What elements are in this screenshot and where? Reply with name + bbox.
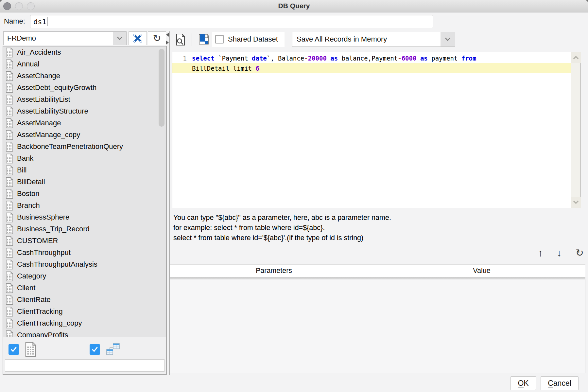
table-list-item[interactable]: ClientTracking: [3, 306, 166, 317]
table-list-item[interactable]: BillDetail: [3, 176, 166, 188]
dataset-name-input[interactable]: ds1: [30, 15, 433, 28]
connection-config-button[interactable]: [129, 31, 147, 45]
table-name: Business_Trip_Record: [17, 225, 90, 233]
table-list-item[interactable]: BusinessSphere: [3, 211, 166, 223]
parameter-hint: You can type "${abc}" as a parameter, he…: [173, 213, 391, 243]
table-document-icon: [5, 307, 14, 317]
parameters-header-strip: [170, 277, 585, 279]
show-views-checkbox[interactable]: [90, 344, 100, 355]
table-filter-input[interactable]: [5, 359, 164, 372]
sql-token: select: [192, 55, 215, 62]
table-list-item[interactable]: CashThroughput: [3, 247, 166, 258]
table-list-item[interactable]: Client: [3, 282, 166, 294]
parameters-table-header: Parameters Value: [170, 264, 585, 277]
sql-token: BillDetail limit: [192, 65, 255, 72]
table-list-item[interactable]: Bill: [3, 164, 166, 176]
table-document-icon: [5, 283, 14, 293]
name-label: Name:: [4, 17, 25, 26]
table-list-item[interactable]: Bank: [3, 152, 166, 164]
table-name: Category: [17, 272, 46, 280]
table-name: ClientRate: [17, 295, 51, 304]
sql-token: 6000: [402, 55, 417, 62]
table-list-item[interactable]: Branch: [3, 200, 166, 211]
table-list-item[interactable]: AssetManage_copy: [3, 129, 166, 141]
table-list-item[interactable]: ClientRate: [3, 294, 166, 306]
scroll-down-icon[interactable]: [571, 197, 581, 208]
table-name: AssetLiabilityList: [17, 95, 70, 104]
table-list-item[interactable]: Category: [3, 270, 166, 282]
shared-dataset-checkbox[interactable]: [215, 35, 224, 44]
table-list-item[interactable]: BackboneTeamPenetrationQuery: [3, 141, 166, 152]
ok-button[interactable]: OK: [510, 376, 536, 390]
connection-select[interactable]: FRDemo: [3, 31, 127, 45]
preview-query-button[interactable]: [173, 33, 188, 46]
cancel-button[interactable]: Cancel: [541, 376, 579, 390]
table-document-icon: [5, 177, 14, 187]
table-name: Air_Accidents: [17, 48, 61, 57]
table-document-icon: [5, 330, 14, 337]
table-name: CUSTOMER: [17, 237, 58, 245]
table-name: BackboneTeamPenetrationQuery: [17, 142, 123, 151]
move-down-icon[interactable]: ↓: [557, 248, 562, 258]
table-list-item[interactable]: Business_Trip_Record: [3, 223, 166, 235]
table-name: Branch: [17, 201, 40, 210]
table-list-item[interactable]: AssetLiabilityStructure: [3, 105, 166, 117]
table-list-item[interactable]: Air_Accidents: [3, 46, 166, 58]
table-list-item[interactable]: CompanyProfits: [3, 329, 166, 337]
hint-line: for example: select * from table where i…: [173, 223, 391, 233]
line-number: 1: [172, 54, 187, 62]
text-caret: [47, 17, 47, 26]
sql-token: -: [398, 55, 401, 62]
storage-mode-select[interactable]: Save All Records in Memory: [292, 32, 455, 47]
sql-token: -: [304, 55, 308, 62]
table-list-item[interactable]: ClientTracking_copy: [3, 317, 166, 329]
save-dataset-button[interactable]: [196, 33, 211, 46]
editor-scrollbar[interactable]: [571, 52, 580, 208]
refresh-tables-button[interactable]: ↻: [148, 31, 166, 45]
scroll-up-icon[interactable]: [571, 52, 581, 63]
table-document-icon: [5, 83, 14, 93]
table-document-icon: [5, 224, 14, 234]
parameters-column-header[interactable]: Parameters: [170, 265, 378, 277]
sql-token: as: [420, 55, 428, 62]
connection-selected-value: FRDemo: [4, 34, 113, 43]
table-name: CashThroughput: [17, 248, 71, 257]
splitter-collapse-controls[interactable]: [166, 33, 169, 47]
parameter-actions: ↑ ↓ ↻: [538, 246, 584, 260]
refresh-parameters-icon[interactable]: ↻: [576, 248, 584, 258]
sql-token: [416, 55, 420, 62]
table-list-scrollbar[interactable]: [159, 49, 164, 127]
table-name: Client: [17, 284, 35, 292]
show-tables-checkbox[interactable]: [9, 344, 19, 355]
shared-dataset-control: Shared Dataset: [212, 32, 285, 47]
parameters-table-body[interactable]: [170, 279, 585, 373]
table-list-item[interactable]: AssetDebt_equityGrowth: [3, 82, 166, 94]
table-list-item[interactable]: AssetChange: [3, 70, 166, 82]
move-up-icon[interactable]: ↑: [538, 248, 543, 258]
title-bar: DB Query: [0, 0, 588, 12]
table-list-item[interactable]: Annual: [3, 58, 166, 70]
value-column-header[interactable]: Value: [378, 265, 585, 277]
sql-token: balance,Payment: [338, 55, 398, 62]
table-list-item[interactable]: Boston: [3, 188, 166, 200]
sql-token: from: [461, 55, 476, 62]
table-document-icon: [5, 236, 14, 246]
table-name: AssetLiabilityStructure: [17, 107, 88, 116]
crossed-wrenches-icon: [132, 33, 143, 44]
table-list-item[interactable]: CUSTOMER: [3, 235, 166, 247]
table-list-item[interactable]: AssetLiabilityList: [3, 94, 166, 105]
table-document-icon: [5, 47, 14, 58]
table-name: Bank: [17, 154, 33, 163]
table-list-item[interactable]: CashThroughputAnalysis: [3, 258, 166, 270]
storage-mode-value: Save All Records in Memory: [292, 35, 441, 44]
sql-editor[interactable]: 1 BillDetail limit 6 select `Payment dat…: [172, 52, 581, 208]
table-document-icon: [5, 130, 14, 140]
table-name: Annual: [17, 60, 40, 68]
table-name: CompanyProfits: [17, 331, 68, 337]
table-document-icon: [5, 95, 14, 105]
table-document-icon: [5, 189, 14, 199]
table-list-item[interactable]: AssetManage: [3, 117, 166, 129]
sql-token: 6: [255, 65, 259, 72]
table-list: Air_Accidents: [3, 46, 166, 337]
table-name: AssetDebt_equityGrowth: [17, 83, 96, 92]
